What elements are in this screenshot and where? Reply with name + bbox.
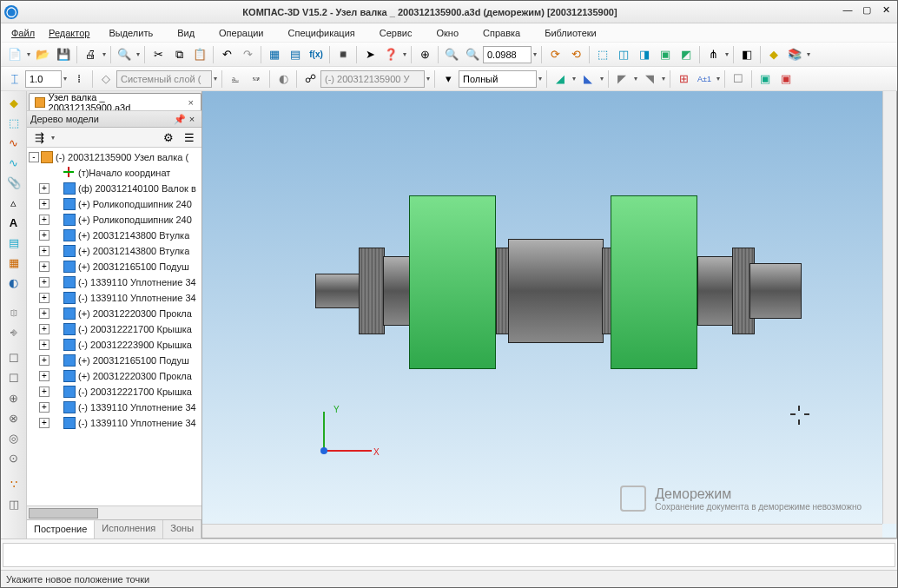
spec-icon[interactable]: ▦: [265, 45, 284, 64]
lt-c4-icon[interactable]: ⊗: [3, 408, 24, 427]
menu-select[interactable]: Выделить: [98, 26, 163, 40]
tree-node[interactable]: +(-) 200312221700 Крышка: [27, 384, 201, 400]
minimize-button[interactable]: —: [840, 4, 855, 20]
tree-twisty-icon[interactable]: +: [39, 418, 50, 428]
rotate-icon[interactable]: ⟳: [545, 45, 565, 64]
menu-libraries[interactable]: Библиотеки: [534, 26, 607, 40]
shade-a-icon[interactable]: ◢: [551, 69, 570, 89]
lt-dim-icon[interactable]: ▵: [3, 193, 24, 212]
lt-c5-icon[interactable]: ◎: [3, 428, 24, 447]
zoom-window-icon[interactable]: 🔍: [463, 45, 482, 64]
tree-horiz-scroll[interactable]: [27, 505, 201, 519]
lib-icon[interactable]: 📚: [785, 45, 804, 64]
tree-twisty-icon[interactable]: -: [29, 152, 39, 162]
tree-node[interactable]: +(-) 1339110 Уплотнение 34: [27, 400, 201, 415]
tree-twisty-icon[interactable]: +: [39, 261, 50, 272]
copy-icon[interactable]: ⧉: [169, 45, 188, 64]
viewport-hscroll[interactable]: [202, 524, 882, 538]
tree-node[interactable]: +(-) 1339110 Уплотнение 34: [27, 415, 201, 431]
panel-close-icon[interactable]: ×: [186, 114, 198, 124]
tree-filter-icon[interactable]: ☰: [180, 128, 199, 147]
lt-a-icon[interactable]: A: [3, 213, 24, 232]
cube1-icon[interactable]: ▣: [756, 69, 775, 89]
solid1-icon[interactable]: ⬚: [593, 45, 612, 64]
tree-node[interactable]: -(-) 200312135900 Узел валка (: [27, 149, 201, 165]
tree-twisty-icon[interactable]: +: [39, 402, 50, 413]
tree-node[interactable]: +(+) 200312220300 Прокла: [27, 368, 201, 384]
tree-node[interactable]: +(+) 200312165100 Подуш: [27, 353, 201, 368]
menu-service[interactable]: Сервис: [369, 26, 423, 40]
viewmode-icon[interactable]: ▾: [439, 69, 458, 89]
color-icon[interactable]: ◆: [764, 45, 783, 64]
shade-d-icon[interactable]: ◥: [640, 69, 659, 89]
tree-node[interactable]: +(+) 200312143800 Втулка: [27, 228, 201, 243]
t2b-icon[interactable]: ⎃: [247, 69, 266, 89]
lt-b2-icon[interactable]: ⎆: [3, 322, 24, 341]
lt-sketch-icon[interactable]: ∿: [3, 153, 24, 172]
lt-part-icon[interactable]: ◆: [3, 93, 24, 112]
lt-sec-icon[interactable]: ◐: [3, 273, 24, 292]
zoom-in-icon[interactable]: 🔍: [442, 45, 461, 64]
tree-twisty-icon[interactable]: +: [39, 324, 50, 334]
tree-twisty-icon[interactable]: +: [39, 215, 50, 225]
lt-cube-icon[interactable]: ⬚: [3, 113, 24, 132]
document-tab[interactable]: Узел валка _ 200312135900.a3d ×: [29, 93, 201, 110]
new-drop[interactable]: ▾: [25, 45, 32, 64]
shade-b-icon[interactable]: ◣: [578, 69, 598, 89]
tree-node[interactable]: +(+) 200312165100 Подуш: [27, 259, 201, 274]
sel1-icon[interactable]: ☐: [729, 69, 748, 89]
menu-editor[interactable]: Редактор: [43, 26, 95, 40]
tree-node[interactable]: (т)Начало координат: [27, 165, 201, 181]
spec2-icon[interactable]: ▤: [286, 45, 305, 64]
undo-icon[interactable]: ↶: [217, 45, 236, 64]
annot2-icon[interactable]: A±1: [695, 69, 714, 89]
cube2-icon[interactable]: ▣: [776, 69, 796, 89]
tree-node[interactable]: +(+) 200312143800 Втулка: [27, 243, 201, 259]
tree-twisty-icon[interactable]: +: [39, 230, 50, 241]
save-icon[interactable]: 💾: [54, 45, 73, 64]
lt-d2-icon[interactable]: ◫: [3, 494, 24, 513]
tree-node[interactable]: +(+) 200312220300 Прокла: [27, 306, 201, 321]
tree-twisty-icon[interactable]: +: [39, 340, 50, 350]
lt-c1-icon[interactable]: ☐: [3, 348, 24, 367]
stop-icon[interactable]: ◾: [333, 45, 353, 64]
fx-icon[interactable]: f(x): [307, 45, 326, 64]
tree-twisty-icon[interactable]: +: [39, 246, 50, 256]
tree-twisty-icon[interactable]: +: [39, 277, 50, 287]
tree-twisty-icon[interactable]: [51, 168, 62, 178]
tree-node[interactable]: +(+) Роликоподшипник 240: [27, 212, 201, 228]
pointer-icon[interactable]: ➤: [360, 45, 380, 64]
menu-file[interactable]: Файл: [6, 26, 40, 40]
model-tree[interactable]: -(-) 200312135900 Узел валка ((т)Начало …: [27, 147, 201, 505]
docref-icon[interactable]: ☍: [300, 69, 320, 89]
lt-pin-icon[interactable]: 📎: [3, 173, 24, 192]
tree-settings-icon[interactable]: ⚙: [159, 128, 178, 147]
lt-c3-icon[interactable]: ⊕: [3, 388, 24, 407]
tree-node[interactable]: +(-) 1339110 Уплотнение 34: [27, 274, 201, 290]
tab-close-icon[interactable]: ×: [187, 97, 195, 108]
print-icon[interactable]: 🖨: [81, 45, 100, 64]
lt-join-icon[interactable]: ∿: [3, 133, 24, 152]
tree-twisty-icon[interactable]: +: [39, 355, 50, 366]
maximize-button[interactable]: ▢: [859, 4, 875, 20]
tree-twisty-icon[interactable]: +: [39, 199, 50, 209]
solid3-icon[interactable]: ◨: [635, 45, 654, 64]
misc1-icon[interactable]: ◧: [737, 45, 756, 64]
shade-c-icon[interactable]: ◤: [612, 69, 631, 89]
lt-pal-icon[interactable]: ▦: [3, 253, 24, 272]
tree-twisty-icon[interactable]: +: [39, 183, 50, 194]
tree-node[interactable]: +(-) 200312221700 Крышка: [27, 321, 201, 337]
menu-operations[interactable]: Операции: [208, 26, 274, 40]
tree-node[interactable]: +(ф) 200312140100 Валок в: [27, 181, 201, 196]
lt-c2-icon[interactable]: ☐: [3, 368, 24, 387]
linestyle-icon[interactable]: ⌶: [5, 69, 24, 89]
zoom-fit-icon[interactable]: ⊕: [415, 45, 434, 64]
shaded-icon[interactable]: ▣: [656, 45, 675, 64]
paste-icon[interactable]: 📋: [190, 45, 209, 64]
menu-window[interactable]: Окно: [426, 26, 469, 40]
viewport-vscroll[interactable]: [882, 91, 896, 524]
persp-icon[interactable]: ⋔: [703, 45, 723, 64]
lt-d1-icon[interactable]: ∵: [3, 474, 24, 493]
solid2-icon[interactable]: ◫: [614, 45, 633, 64]
command-panel[interactable]: [3, 543, 895, 567]
